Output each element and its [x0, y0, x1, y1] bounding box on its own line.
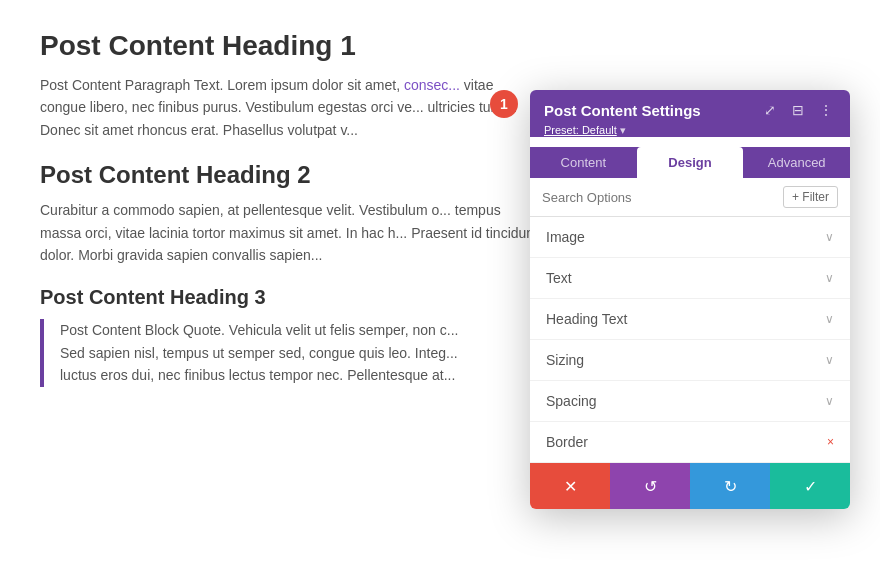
- section-spacing[interactable]: Spacing ∨: [530, 381, 850, 422]
- section-heading-text[interactable]: Heading Text ∨: [530, 299, 850, 340]
- expand-icon[interactable]: ⤢: [760, 100, 780, 120]
- heading-3: Post Content Heading 3: [40, 286, 540, 309]
- panel-toolbar: ✕ ↺ ↻ ✓: [530, 463, 850, 509]
- section-heading-text-label: Heading Text: [546, 311, 627, 327]
- section-image-label: Image: [546, 229, 585, 245]
- panel-tabs: Content Design Advanced: [530, 147, 850, 178]
- chevron-down-icon: ∨: [825, 312, 834, 326]
- heading-2: Post Content Heading 2: [40, 161, 540, 189]
- panel-preset: Preset: Default ▾: [544, 124, 836, 137]
- heading-1: Post Content Heading 1: [40, 30, 540, 62]
- preset-link[interactable]: Preset: Default: [544, 124, 617, 136]
- section-border[interactable]: Border ×: [530, 422, 850, 463]
- reset-button[interactable]: ↺: [610, 463, 690, 509]
- panel-header-top: Post Content Settings ⤢ ⊟ ⋮: [544, 100, 836, 120]
- tab-advanced[interactable]: Advanced: [743, 147, 850, 178]
- search-bar: + Filter: [530, 178, 850, 217]
- section-border-label: Border: [546, 434, 588, 450]
- save-button[interactable]: ✓: [770, 463, 850, 509]
- redo-button[interactable]: ↻: [690, 463, 770, 509]
- blockquote: Post Content Block Quote. Vehicula velit…: [40, 319, 540, 386]
- chevron-down-icon: ∨: [825, 394, 834, 408]
- section-text-label: Text: [546, 270, 572, 286]
- panel-header-icons: ⤢ ⊟ ⋮: [760, 100, 836, 120]
- section-image[interactable]: Image ∨: [530, 217, 850, 258]
- filter-button[interactable]: + Filter: [783, 186, 838, 208]
- content-area: Post Content Heading 1 Post Content Para…: [40, 30, 540, 387]
- chevron-down-icon: ∨: [825, 271, 834, 285]
- section-sizing-label: Sizing: [546, 352, 584, 368]
- panel-header: Post Content Settings ⤢ ⊟ ⋮ Preset: Defa…: [530, 90, 850, 137]
- columns-icon[interactable]: ⊟: [788, 100, 808, 120]
- chevron-x-icon: ×: [827, 435, 834, 449]
- paragraph-2: Curabitur a commodo sapien, at pellentes…: [40, 199, 540, 266]
- chevron-down-icon: ∨: [825, 230, 834, 244]
- tab-content[interactable]: Content: [530, 147, 637, 178]
- paragraph-1: Post Content Paragraph Text. Lorem ipsum…: [40, 74, 540, 141]
- section-spacing-label: Spacing: [546, 393, 597, 409]
- step-badge: 1: [490, 90, 518, 118]
- more-icon[interactable]: ⋮: [816, 100, 836, 120]
- panel-body: + Filter Image ∨ Text ∨ Heading Text ∨ S…: [530, 178, 850, 463]
- search-input[interactable]: [542, 190, 775, 205]
- section-text[interactable]: Text ∨: [530, 258, 850, 299]
- panel-title: Post Content Settings: [544, 102, 701, 119]
- cancel-button[interactable]: ✕: [530, 463, 610, 509]
- paragraph-link[interactable]: consec...: [404, 77, 460, 93]
- tab-design[interactable]: Design: [637, 147, 744, 178]
- section-sizing[interactable]: Sizing ∨: [530, 340, 850, 381]
- chevron-down-icon: ∨: [825, 353, 834, 367]
- settings-panel: Post Content Settings ⤢ ⊟ ⋮ Preset: Defa…: [530, 90, 850, 509]
- page-content: Post Content Heading 1 Post Content Para…: [0, 0, 880, 576]
